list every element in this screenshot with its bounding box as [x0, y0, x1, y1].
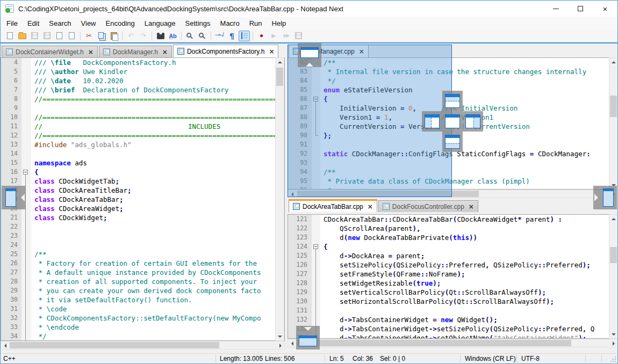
cut-button[interactable]: ✂ [83, 31, 95, 41]
tab-close-icon[interactable]: × [368, 203, 373, 210]
status-encoding: UTF-8 [521, 355, 540, 362]
code-text: setWidgetResizable(true); [320, 279, 441, 288]
redo-button[interactable]: ↷ [138, 31, 149, 41]
bottom-right-editor-horizontal-scrollbar[interactable] [288, 339, 618, 347]
minimize-button[interactable] [543, 1, 568, 17]
code-line: 28 * creation of all supported component… [1, 277, 284, 286]
scroll-thumb[interactable] [610, 96, 617, 117]
fold-margin [21, 268, 31, 277]
edge-dock-indicator-right[interactable] [593, 186, 617, 209]
tab-dockmanager-h[interactable]: DockManager.h× [99, 46, 172, 57]
scroll-thumb[interactable] [610, 247, 617, 263]
code-text [320, 306, 324, 315]
code-text: { [320, 242, 328, 251]
top-right-editor-vertical-scrollbar[interactable] [609, 57, 618, 190]
toolbar: ✂↶↷A̲b⭲↵¶●▶▶▶ [1, 30, 617, 42]
tab-close-icon[interactable]: × [162, 49, 168, 55]
show-all-characters-button[interactable]: ¶ [226, 31, 238, 41]
copy-button[interactable] [96, 31, 107, 41]
tab-close-icon[interactable]: × [88, 49, 94, 55]
scroll-left-arrow[interactable] [288, 339, 296, 347]
maximize-icon [578, 6, 583, 11]
menu-settings[interactable]: Settings [181, 18, 215, 29]
zoom-out-icon [199, 33, 204, 38]
scroll-right-arrow[interactable] [276, 341, 284, 350]
left-editor-vertical-scrollbar[interactable] [275, 57, 284, 341]
tab-close-icon[interactable]: × [469, 203, 474, 210]
edge-dock-indicator-left[interactable] [2, 186, 25, 209]
fold-margin [21, 94, 31, 104]
edge-dock-indicator-bottom[interactable] [296, 326, 320, 350]
saved-file-icon [383, 203, 390, 210]
code-text [31, 149, 34, 158]
menu-encoding[interactable]: Encoding [101, 18, 140, 29]
fold-margin[interactable] [21, 168, 31, 177]
menu-file[interactable]: File [2, 18, 23, 29]
dock-indicator-right[interactable] [463, 111, 483, 132]
menu-macro[interactable]: Macro [215, 18, 245, 29]
scroll-up-arrow[interactable] [609, 58, 617, 66]
close-file-button[interactable] [54, 31, 65, 41]
save-button[interactable] [29, 31, 40, 41]
fold-margin [21, 113, 31, 122]
scroll-left-arrow[interactable] [1, 341, 9, 350]
menu-view[interactable]: View [76, 18, 101, 29]
scroll-thumb[interactable] [276, 68, 283, 86]
left-editor-horizontal-scrollbar[interactable] [1, 341, 285, 350]
menu-edit[interactable]: Edit [23, 18, 44, 29]
replace-button[interactable]: A̲b [167, 31, 178, 41]
record-macro-button[interactable]: ● [256, 31, 267, 41]
bottom-right-editor[interactable]: 121CDockAreaTabBar::CDockAreaTabBar(CDoc… [288, 214, 609, 339]
line-number: 8 [1, 94, 21, 104]
fold-margin[interactable] [312, 242, 320, 251]
code-text: * \code [31, 304, 67, 314]
line-number: 124 [288, 242, 312, 251]
run-macro-multiple-button[interactable]: ▶▶ [281, 31, 292, 41]
menu-run[interactable]: Run [245, 18, 267, 29]
menu-help[interactable]: Help [267, 18, 291, 29]
dock-indicator-top[interactable] [442, 91, 463, 111]
save-macro-button[interactable] [293, 31, 304, 41]
scroll-thumb[interactable] [10, 342, 219, 348]
code-text: // INCLUDES [31, 122, 220, 131]
scroll-thumb[interactable] [297, 340, 571, 346]
scroll-up-arrow[interactable] [609, 215, 617, 223]
word-wrap-button[interactable]: ⭲↵ [214, 31, 225, 41]
find-button[interactable] [155, 31, 166, 41]
edge-dock-indicator-top[interactable] [298, 43, 321, 67]
zoom-in-button[interactable] [184, 31, 196, 41]
scroll-right-arrow[interactable] [609, 339, 617, 347]
toolbar-separator [122, 32, 123, 40]
menu-language[interactable]: Language [140, 18, 181, 29]
code-line: 29 * you can create your own derived doc… [1, 286, 284, 295]
playback-macro-button[interactable]: ▶ [268, 31, 279, 41]
close-all-button[interactable] [66, 31, 77, 41]
code-line: 32 * CDockComponentsFactory::setDefaultF… [1, 314, 284, 323]
dock-indicator-left[interactable] [422, 111, 442, 132]
open-file-button[interactable] [17, 31, 28, 41]
scroll-down-arrow[interactable] [609, 330, 617, 338]
line-number: 30 [1, 295, 21, 304]
zoom-out-button[interactable] [197, 31, 208, 41]
line-number: 21 [1, 213, 21, 222]
close-button[interactable]: × [593, 1, 617, 17]
tab-dockfocuscontroller-cpp[interactable]: DockFocusController.cpp× [378, 200, 478, 212]
dock-indicator-center[interactable] [442, 111, 463, 132]
tab-close-icon[interactable]: × [269, 48, 274, 55]
scroll-down-arrow[interactable] [276, 332, 284, 340]
dock-indicator-bottom[interactable] [442, 132, 463, 152]
tab-dockcontainerwidget-h[interactable]: DockContainerWidget.h× [2, 46, 98, 57]
left-editor[interactable]: 4/// \file DockComponentsFactory.h5/// \… [1, 57, 285, 341]
undo-button[interactable]: ↶ [125, 31, 136, 41]
scroll-up-arrow[interactable] [276, 58, 284, 66]
resize-grip[interactable] [610, 356, 616, 362]
new-file-button[interactable] [4, 31, 16, 41]
tab-dockcomponentsfactory-h[interactable]: DockComponentsFactory.h× [173, 45, 279, 57]
indent-guide-button[interactable] [239, 31, 250, 41]
paste-button[interactable] [108, 31, 119, 41]
bottom-right-editor-vertical-scrollbar[interactable] [609, 214, 618, 339]
menu-search[interactable]: Search [44, 18, 76, 29]
save-all-button[interactable] [41, 31, 53, 41]
maximize-button[interactable] [568, 1, 593, 17]
tab-dockareatabbar-cpp[interactable]: DockAreaTabBar.cpp× [289, 199, 377, 212]
